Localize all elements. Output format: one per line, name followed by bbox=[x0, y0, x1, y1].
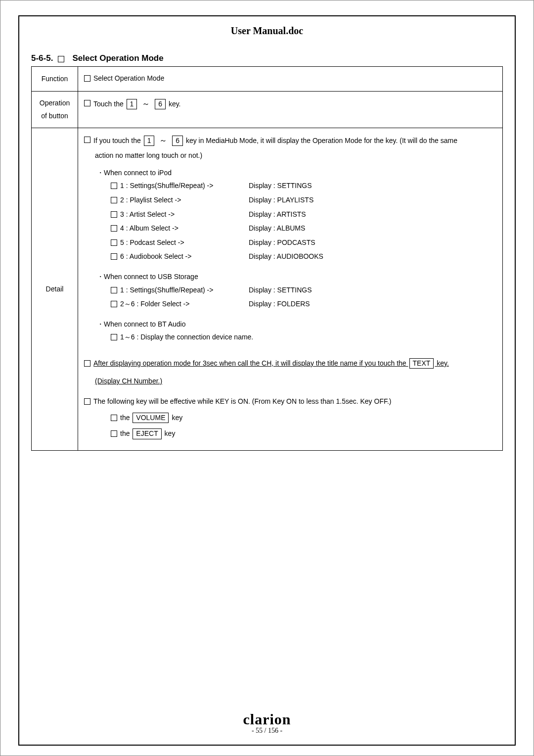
key-1: 1 bbox=[144, 136, 155, 146]
spec-table: Function Select Operation Mode Operation… bbox=[31, 66, 503, 451]
bt-item-row: 1～6 : Display the connection device name… bbox=[111, 331, 496, 344]
page-footer: clarion - 55 / 156 - bbox=[19, 711, 515, 735]
section-number: 5-6-5. bbox=[31, 53, 53, 63]
checkbox-icon bbox=[111, 415, 117, 421]
cell-function-label: Function bbox=[32, 67, 78, 92]
detail-intro-line2: action no matter long touch or not.) bbox=[95, 149, 496, 162]
cell-operation-label: Operation of button bbox=[32, 91, 78, 128]
display-ch-line: (Display CH Number.) bbox=[95, 375, 496, 388]
list-item-left: 1 : Settings(Shuffle/Repeat) -> bbox=[120, 284, 249, 297]
list-item-right: Display : SETTINGS bbox=[249, 179, 312, 192]
cell-operation-value: Touch the 1 ～ 6 key. bbox=[78, 91, 503, 128]
ipod-header: ・When connect to iPod bbox=[97, 166, 496, 180]
checkbox-icon bbox=[111, 301, 117, 307]
usb-header: ・When connect to USB Storage bbox=[97, 270, 496, 284]
bt-header: ・When connect to BT Audio bbox=[97, 318, 496, 331]
key-6: 6 bbox=[155, 99, 166, 110]
checkbox-icon bbox=[111, 239, 117, 246]
cell-detail-value: If you touch the 1 ～ 6 key in MediaHub M… bbox=[78, 128, 503, 450]
checkbox-icon bbox=[111, 253, 117, 260]
list-item-right: Display : PLAYLISTS bbox=[249, 193, 313, 207]
section-title: Select Operation Mode bbox=[72, 53, 163, 63]
operation-text: Touch the 1 ～ 6 key. bbox=[93, 96, 496, 111]
key-6: 6 bbox=[172, 136, 183, 146]
checkbox-icon bbox=[58, 56, 64, 62]
list-item: 3 : Artist Select ->Display : ARTISTS bbox=[111, 208, 496, 221]
checkbox-icon bbox=[111, 197, 117, 203]
checkbox-icon bbox=[84, 137, 90, 143]
page-frame: User Manual.doc 5-6-5. Select Operation … bbox=[0, 0, 534, 756]
key-volume: VOLUME bbox=[133, 413, 169, 424]
key-1: 1 bbox=[127, 99, 137, 110]
list-item-right: Display : PODCASTS bbox=[249, 236, 315, 249]
list-item: 6 : Audiobook Select ->Display : AUDIOBO… bbox=[111, 250, 496, 263]
list-item-right: Display : ALBUMS bbox=[249, 222, 305, 235]
function-text: Select Operation Mode bbox=[93, 72, 496, 85]
list-item: 1 : Settings(Shuffle/Repeat) ->Display :… bbox=[111, 284, 496, 297]
page-number: - 55 / 156 - bbox=[19, 727, 515, 735]
key-eject: EJECT bbox=[133, 428, 161, 439]
usb-list: 1 : Settings(Shuffle/Repeat) ->Display :… bbox=[111, 284, 496, 311]
list-item-right: Display : FOLDERS bbox=[249, 297, 310, 311]
checkbox-icon bbox=[84, 100, 90, 106]
checkbox-icon bbox=[84, 398, 90, 405]
list-item: 2 : Playlist Select ->Display : PLAYLIST… bbox=[111, 193, 496, 207]
doc-title: User Manual.doc bbox=[31, 25, 503, 37]
list-item-right: Display : ARTISTS bbox=[249, 208, 306, 221]
checkbox-icon bbox=[111, 334, 117, 340]
checkbox-icon bbox=[111, 183, 117, 189]
brand-logo: clarion bbox=[19, 711, 515, 728]
list-item-right: Display : AUDIOBOOKS bbox=[249, 250, 323, 263]
list-item: 5 : Podcast Select ->Display : PODCASTS bbox=[111, 236, 496, 249]
key-text: TEXT bbox=[409, 358, 434, 369]
checkbox-icon bbox=[84, 360, 90, 367]
effective-text: The following key will be effective whil… bbox=[93, 395, 496, 408]
list-item-left: 6 : Audiobook Select -> bbox=[120, 250, 249, 263]
list-item-left: 2～6 : Folder Select -> bbox=[120, 297, 249, 311]
tilde-icon: ～ bbox=[142, 99, 150, 108]
cell-function-value: Select Operation Mode bbox=[78, 67, 503, 92]
checkbox-icon bbox=[111, 430, 117, 437]
list-item: 4 : Album Select ->Display : ALBUMS bbox=[111, 222, 496, 235]
checkbox-icon bbox=[84, 75, 90, 82]
bt-item: 1～6 : Display the connection device name… bbox=[120, 331, 496, 344]
detail-intro: If you touch the 1 ～ 6 key in MediaHub M… bbox=[93, 133, 496, 148]
checkbox-icon bbox=[111, 225, 117, 232]
checkbox-icon bbox=[111, 287, 117, 293]
list-item: 2～6 : Folder Select ->Display : FOLDERS bbox=[111, 297, 496, 311]
list-item-right: Display : SETTINGS bbox=[249, 284, 312, 297]
inner-frame: User Manual.doc 5-6-5. Select Operation … bbox=[18, 15, 516, 746]
cell-detail-label: Detail bbox=[32, 128, 78, 450]
list-item-left: 5 : Podcast Select -> bbox=[120, 236, 249, 249]
tilde-icon: ～ bbox=[159, 136, 167, 144]
list-item: 1 : Settings(Shuffle/Repeat) ->Display :… bbox=[111, 179, 496, 192]
list-item-left: 4 : Album Select -> bbox=[120, 222, 249, 235]
after-display-text: After displaying operation mode for 3sec… bbox=[93, 357, 496, 370]
list-item-left: 2 : Playlist Select -> bbox=[120, 193, 249, 207]
list-item-left: 3 : Artist Select -> bbox=[120, 208, 249, 221]
volume-key-line: the VOLUME key bbox=[120, 411, 496, 425]
section-heading: 5-6-5. Select Operation Mode bbox=[31, 53, 503, 63]
ipod-list: 1 : Settings(Shuffle/Repeat) ->Display :… bbox=[111, 179, 496, 263]
checkbox-icon bbox=[111, 211, 117, 218]
eject-key-line: the EJECT key bbox=[120, 427, 496, 440]
list-item-left: 1 : Settings(Shuffle/Repeat) -> bbox=[120, 179, 249, 192]
